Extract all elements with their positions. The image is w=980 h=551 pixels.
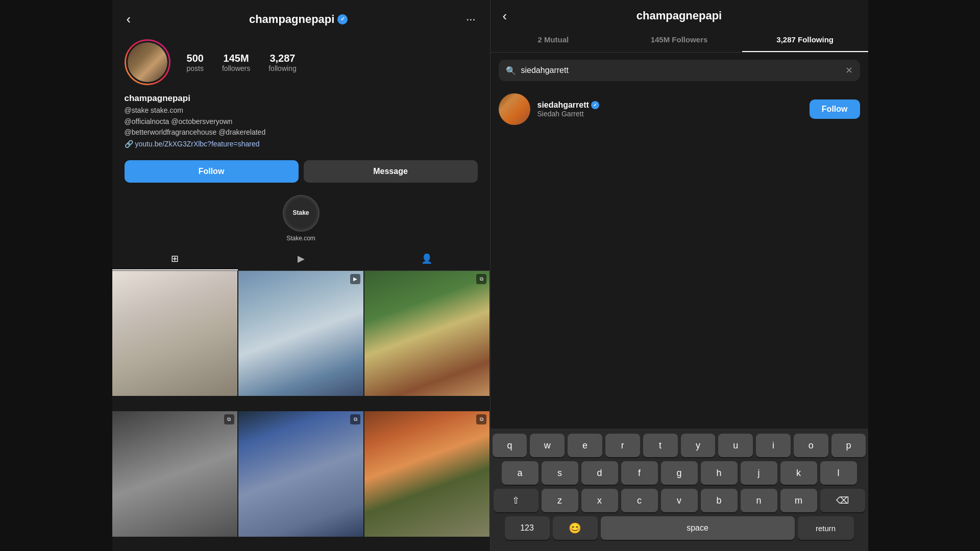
- action-buttons: Follow Message: [112, 156, 490, 191]
- photo-cell[interactable]: ⧉: [112, 411, 237, 536]
- profile-section: 500 posts 145M followers 3,287 following…: [112, 34, 490, 156]
- key-g[interactable]: g: [661, 461, 698, 485]
- key-f[interactable]: f: [621, 461, 658, 485]
- result-info: siedahgarrett ✓ Siedah Garrett: [537, 101, 802, 118]
- photo-cell[interactable]: ⧉: [364, 411, 489, 536]
- bio-link[interactable]: 🔗 youtu.be/ZkXG3ZrXlbc?feature=shared: [125, 140, 478, 148]
- key-y[interactable]: y: [681, 434, 716, 457]
- key-i[interactable]: i: [756, 434, 791, 457]
- key-d[interactable]: d: [581, 461, 618, 485]
- tab-mutual[interactable]: 2 Mutual: [491, 28, 617, 52]
- tab-grid[interactable]: ⊞: [112, 248, 238, 270]
- backspace-key[interactable]: ⌫: [820, 489, 865, 512]
- multi-badge: ⧉: [476, 274, 486, 284]
- key-j[interactable]: j: [741, 461, 777, 485]
- key-o[interactable]: o: [794, 434, 828, 457]
- emoji-key[interactable]: 😊: [553, 516, 598, 540]
- tagged-icon: 👤: [421, 253, 432, 264]
- multi-badge: ⧉: [350, 414, 360, 424]
- profile-username-header: champagnepapi ✓: [249, 13, 348, 26]
- keyboard-row-3: ⇧ z x c v b n m ⌫: [493, 489, 866, 512]
- avatar: [126, 41, 169, 84]
- search-box[interactable]: 🔍 siedahgarrett ✕: [499, 60, 860, 81]
- back-button[interactable]: ‹: [125, 9, 133, 29]
- highlight-item[interactable]: Stake Stake.com: [125, 195, 478, 242]
- key-l[interactable]: l: [820, 461, 857, 485]
- key-m[interactable]: m: [780, 489, 817, 512]
- tab-followers[interactable]: 145M Followers: [616, 28, 742, 52]
- profile-username: champagnepapi: [125, 93, 478, 104]
- keyboard-row-1: q w e r t y u i o p: [493, 434, 866, 457]
- content-tabs: ⊞ ▶ 👤: [112, 248, 490, 271]
- return-key[interactable]: return: [798, 516, 854, 540]
- left-phone-panel: ‹ champagnepapi ✓ ··· 500 posts: [112, 0, 490, 551]
- keyboard: q w e r t y u i o p a s d f g h j k: [491, 429, 868, 551]
- verified-badge-icon: ✓: [591, 101, 599, 109]
- right-phone-panel: ‹ champagnepapi 2 Mutual 145M Followers …: [491, 0, 868, 551]
- photo-cell[interactable]: [112, 271, 237, 396]
- key-q[interactable]: q: [493, 434, 527, 457]
- result-username: siedahgarrett ✓: [537, 101, 802, 110]
- tab-tagged[interactable]: 👤: [364, 248, 490, 270]
- stake-logo: Stake: [292, 210, 309, 216]
- key-r[interactable]: r: [605, 434, 640, 457]
- photo-cell[interactable]: ⧉: [364, 271, 489, 396]
- bio-line-2: @officialnocta @octobersveryown: [125, 117, 478, 127]
- posts-stat: 500 posts: [187, 53, 204, 72]
- grid-icon: ⊞: [171, 253, 179, 264]
- key-b[interactable]: b: [701, 489, 738, 512]
- key-v[interactable]: v: [661, 489, 698, 512]
- key-k[interactable]: k: [780, 461, 817, 485]
- search-icon: 🔍: [506, 66, 516, 76]
- followers-stat: 145M followers: [222, 53, 250, 72]
- clear-search-button[interactable]: ✕: [845, 65, 853, 76]
- key-z[interactable]: z: [542, 489, 578, 512]
- result-display-name: Siedah Garrett: [537, 110, 802, 118]
- key-a[interactable]: a: [502, 461, 538, 485]
- follow-result-button[interactable]: Follow: [810, 99, 860, 119]
- video-badge: ▶: [350, 274, 360, 284]
- search-input[interactable]: siedahgarrett: [521, 66, 840, 75]
- key-e[interactable]: e: [568, 434, 602, 457]
- key-u[interactable]: u: [718, 434, 753, 457]
- tab-reels[interactable]: ▶: [238, 248, 364, 270]
- back-button-right[interactable]: ‹: [503, 8, 507, 24]
- reels-icon: ▶: [298, 253, 305, 264]
- tab-following[interactable]: 3,287 Following: [742, 28, 868, 52]
- more-options-button[interactable]: ···: [464, 11, 477, 28]
- following-stat: 3,287 following: [268, 53, 296, 72]
- photo-cell[interactable]: ⧉: [238, 411, 363, 536]
- bio-line-1: @stake stake.com: [125, 106, 478, 116]
- bio-line-3: @betterworldfragrancehouse @drakerelated: [125, 128, 478, 138]
- key-s[interactable]: s: [542, 461, 578, 485]
- numbers-key[interactable]: 123: [505, 516, 550, 540]
- search-container: 🔍 siedahgarrett ✕: [491, 53, 868, 88]
- stats-row: 500 posts 145M followers 3,287 following: [187, 53, 297, 72]
- shift-key[interactable]: ⇧: [494, 489, 538, 512]
- key-c[interactable]: c: [621, 489, 658, 512]
- keyboard-row-4: 123 😊 space return: [493, 516, 866, 540]
- highlights-section: Stake Stake.com: [112, 191, 490, 248]
- following-tabs: 2 Mutual 145M Followers 3,287 Following: [491, 28, 868, 53]
- result-avatar: [499, 93, 530, 125]
- highlight-label: Stake.com: [286, 235, 315, 242]
- following-header: ‹ champagnepapi: [491, 0, 868, 28]
- key-x[interactable]: x: [581, 489, 618, 512]
- multi-badge: ⧉: [476, 414, 486, 424]
- photo-cell[interactable]: ▶: [238, 271, 363, 396]
- profile-header: ‹ champagnepapi ✓ ···: [112, 0, 490, 34]
- key-h[interactable]: h: [701, 461, 738, 485]
- key-p[interactable]: p: [831, 434, 866, 457]
- verified-badge-icon: ✓: [337, 14, 348, 24]
- key-w[interactable]: w: [530, 434, 565, 457]
- follow-button[interactable]: Follow: [125, 160, 299, 183]
- search-result-item: siedahgarrett ✓ Siedah Garrett Follow: [491, 88, 868, 130]
- keyboard-row-2: a s d f g h j k l: [493, 461, 866, 485]
- space-key[interactable]: space: [601, 516, 795, 540]
- key-t[interactable]: t: [643, 434, 678, 457]
- key-n[interactable]: n: [741, 489, 777, 512]
- message-button[interactable]: Message: [304, 160, 478, 183]
- profile-avatar-wrapper: [125, 39, 170, 85]
- multi-badge: ⧉: [224, 414, 234, 424]
- following-header-title: champagnepapi: [636, 9, 722, 22]
